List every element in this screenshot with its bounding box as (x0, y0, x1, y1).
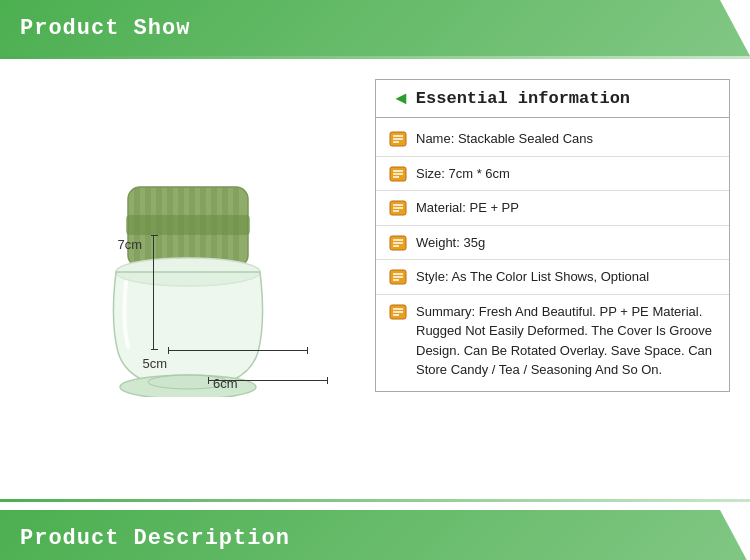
product-show-banner: Product Show (0, 0, 750, 56)
info-row-style: Style: As The Color List Shows, Optional (376, 260, 729, 295)
info-header: ◄ Essential information (375, 79, 730, 118)
note-icon-size (388, 165, 408, 183)
info-header-text: Essential information (416, 89, 630, 108)
arrow-icon: ◄ (392, 88, 410, 109)
dim-line-horizontal-base (168, 350, 308, 351)
note-icon-weight (388, 234, 408, 252)
dimension-height-label: 7cm (118, 237, 143, 252)
dim-line-vertical (153, 235, 154, 350)
jar-container: 7cm (88, 177, 288, 401)
product-description-banner: Product Description (0, 510, 750, 560)
bottom-divider (0, 499, 750, 502)
info-text-weight: Weight: 35g (416, 233, 717, 253)
info-row-weight: Weight: 35g (376, 226, 729, 261)
note-icon-summary (388, 303, 408, 321)
info-table: Name: Stackable Sealed Cans Size: 7cm * … (375, 118, 730, 392)
dimension-base-label: 5cm (143, 356, 168, 371)
info-row-summary: Summary: Fresh And Beautiful. PP + PE Ma… (376, 295, 729, 387)
product-description-title: Product Description (20, 526, 290, 551)
info-panel: ◄ Essential information Name: Stackable … (365, 79, 740, 479)
info-text-size: Size: 7cm * 6cm (416, 164, 717, 184)
note-icon-style (388, 268, 408, 286)
info-row-size: Size: 7cm * 6cm (376, 157, 729, 192)
main-content: 7cm (0, 59, 750, 499)
product-image-area: 7cm (10, 79, 365, 479)
product-show-title: Product Show (20, 16, 190, 41)
dimension-width-label: 6cm (213, 376, 238, 391)
info-row-name: Name: Stackable Sealed Cans (376, 122, 729, 157)
note-icon-material (388, 199, 408, 217)
info-row-material: Material: PE + PP (376, 191, 729, 226)
note-icon-name (388, 130, 408, 148)
info-text-name: Name: Stackable Sealed Cans (416, 129, 717, 149)
info-text-summary: Summary: Fresh And Beautiful. PP + PE Ma… (416, 302, 717, 380)
info-text-style: Style: As The Color List Shows, Optional (416, 267, 717, 287)
product-jar-image (88, 177, 288, 397)
info-text-material: Material: PE + PP (416, 198, 717, 218)
svg-rect-11 (126, 215, 250, 235)
